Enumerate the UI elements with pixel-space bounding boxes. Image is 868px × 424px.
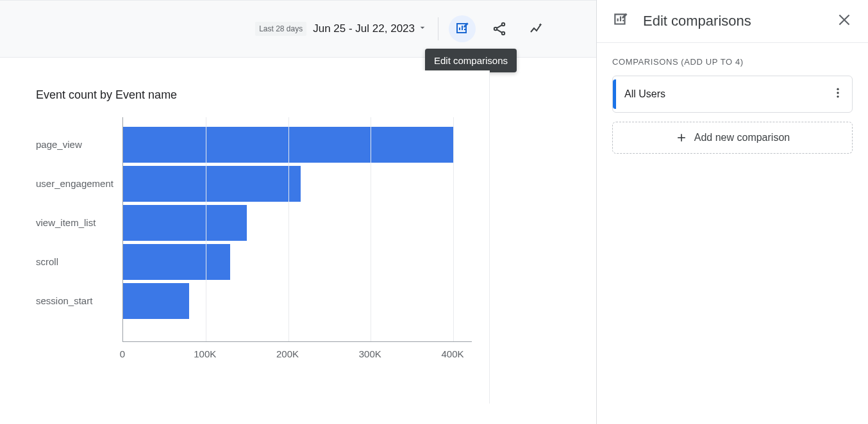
- svg-point-4: [837, 92, 839, 94]
- bars: [123, 117, 472, 341]
- gridline: [371, 117, 371, 341]
- chart: page_viewuser_engagementview_item_listsc…: [36, 117, 472, 367]
- close-button[interactable]: [836, 12, 853, 31]
- chart-edit-icon: [455, 21, 470, 37]
- bar[interactable]: [123, 166, 301, 202]
- x-axis: 0100K200K300K400K: [122, 341, 472, 367]
- share-icon: [492, 21, 507, 37]
- panel-title: Edit comparisons: [643, 13, 822, 29]
- y-axis-label: page_view: [36, 127, 118, 163]
- insights-button[interactable]: [523, 15, 550, 42]
- svg-point-3: [837, 88, 839, 90]
- y-axis-label: view_item_list: [36, 205, 118, 241]
- x-axis-tick: 400K: [441, 348, 463, 359]
- y-axis-label: scroll: [36, 244, 118, 280]
- x-axis-tick: 0: [120, 348, 125, 359]
- bar[interactable]: [123, 205, 247, 241]
- bar-row: [123, 283, 189, 319]
- gridline: [288, 117, 289, 341]
- plot-area: [122, 117, 472, 341]
- sparkle-trend-icon: [529, 21, 544, 37]
- x-axis-tick: 100K: [194, 348, 216, 359]
- panel-header: Edit comparisons: [597, 0, 868, 43]
- svg-point-0: [502, 23, 505, 26]
- edit-comparisons-button[interactable]: [449, 15, 476, 42]
- add-comparison-label: Add new comparison: [694, 132, 790, 143]
- date-group: Last 28 days Jun 25 - Jul 22, 2023: [255, 22, 428, 36]
- add-comparison-button[interactable]: Add new comparison: [612, 122, 853, 154]
- chart-edit-icon: [612, 12, 629, 31]
- panel-body: COMPARISONS (ADD UP TO 4) All Users Add …: [597, 43, 868, 168]
- svg-point-1: [494, 28, 497, 30]
- bar-row: [123, 205, 247, 241]
- period-badge: Last 28 days: [255, 22, 306, 36]
- date-range-text: Jun 25 - Jul 22, 2023: [313, 22, 415, 35]
- x-axis-tick: 200K: [276, 348, 299, 359]
- share-button[interactable]: [486, 15, 513, 42]
- gridline: [206, 117, 206, 341]
- edit-comparisons-panel: Edit comparisons COMPARISONS (ADD UP TO …: [596, 0, 868, 424]
- y-axis-label: user_engagement: [36, 166, 118, 202]
- chart-card: Event count by Event name page_viewuser_…: [15, 70, 490, 404]
- comparison-more-button[interactable]: [831, 86, 844, 102]
- chart-title: Event count by Event name: [36, 88, 475, 102]
- date-range-picker[interactable]: Jun 25 - Jul 22, 2023: [313, 22, 428, 36]
- chevron-down-icon: [417, 22, 428, 36]
- tooltip: Edit comparisons: [425, 49, 517, 72]
- svg-point-2: [502, 32, 505, 35]
- bar-row: [123, 244, 230, 280]
- plus-icon: [675, 131, 688, 144]
- comparison-label: All Users: [624, 88, 665, 100]
- x-axis-tick: 300K: [359, 348, 381, 359]
- svg-point-5: [837, 95, 839, 97]
- bar[interactable]: [123, 283, 189, 319]
- comparisons-section-label: COMPARISONS (ADD UP TO 4): [612, 57, 853, 67]
- bar-row: [123, 166, 301, 202]
- y-axis-labels: page_viewuser_engagementview_item_listsc…: [36, 117, 118, 341]
- more-vert-icon: [831, 86, 844, 99]
- bar[interactable]: [123, 244, 230, 280]
- y-axis-label: session_start: [36, 283, 118, 319]
- close-icon: [836, 12, 853, 28]
- gridline: [453, 117, 454, 341]
- separator: [438, 17, 438, 40]
- comparison-item-all-users[interactable]: All Users: [612, 76, 853, 113]
